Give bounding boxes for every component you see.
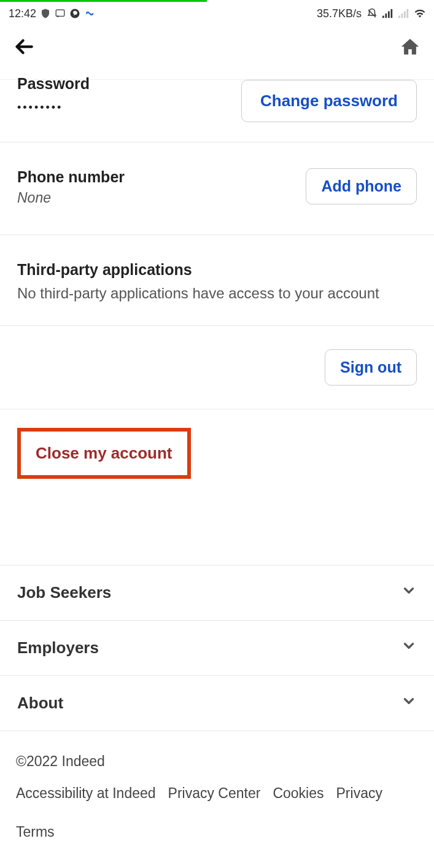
phone-value: None bbox=[17, 190, 125, 206]
copyright: ©2022 Indeed bbox=[16, 748, 418, 775]
close-account-button[interactable]: Close my account bbox=[36, 444, 172, 462]
phone-label: Phone number bbox=[17, 168, 125, 186]
footer-item-label: Employers bbox=[17, 638, 99, 657]
signal-secondary-icon bbox=[398, 8, 409, 19]
chevron-down-icon bbox=[401, 583, 417, 603]
signal-icon bbox=[382, 8, 393, 19]
footer-link-privacy-center[interactable]: Privacy Center bbox=[168, 780, 261, 807]
chevron-down-icon bbox=[401, 638, 417, 658]
app-nav-bar bbox=[0, 25, 434, 79]
change-password-button[interactable]: Change password bbox=[241, 80, 417, 122]
footer-legal: ©2022 Indeed Accessibility at Indeed Pri… bbox=[0, 731, 434, 863]
third-party-section: Third-party applications No third-party … bbox=[0, 235, 434, 326]
close-account-highlight: Close my account bbox=[17, 428, 191, 479]
svg-rect-10 bbox=[404, 11, 406, 18]
svg-rect-8 bbox=[398, 16, 400, 18]
phone-section: Phone number None Add phone bbox=[0, 142, 434, 235]
footer-link-accessibility[interactable]: Accessibility at Indeed bbox=[16, 780, 156, 807]
footer-link-cookies[interactable]: Cookies bbox=[273, 780, 324, 807]
svg-rect-6 bbox=[388, 11, 390, 18]
svg-rect-11 bbox=[407, 9, 409, 18]
footer-link-terms[interactable]: Terms bbox=[16, 819, 55, 846]
password-masked: •••••••• bbox=[17, 101, 90, 114]
footer-item-job-seekers[interactable]: Job Seekers bbox=[0, 565, 434, 621]
back-button[interactable] bbox=[14, 36, 34, 62]
footer-item-about[interactable]: About bbox=[0, 676, 434, 731]
pinterest-icon bbox=[69, 8, 80, 19]
footer-item-label: About bbox=[17, 694, 63, 713]
footer-accordion: Job Seekers Employers About bbox=[0, 565, 434, 731]
shield-icon bbox=[40, 8, 51, 19]
third-party-label: Third-party applications bbox=[17, 261, 417, 279]
password-section: Password •••••••• Change password bbox=[0, 80, 434, 142]
app-icon bbox=[84, 8, 95, 19]
svg-rect-7 bbox=[391, 9, 393, 18]
status-time: 12:42 bbox=[9, 7, 36, 20]
third-party-description: No third-party applications have access … bbox=[17, 285, 417, 302]
svg-rect-0 bbox=[56, 10, 64, 17]
svg-rect-4 bbox=[382, 16, 384, 18]
svg-point-1 bbox=[58, 16, 59, 17]
home-button[interactable] bbox=[400, 36, 420, 62]
footer-item-employers[interactable]: Employers bbox=[0, 621, 434, 676]
data-rate: 35.7KB/s bbox=[317, 7, 362, 20]
cast-icon bbox=[55, 8, 66, 19]
footer-item-label: Job Seekers bbox=[17, 583, 111, 602]
footer-link-privacy[interactable]: Privacy bbox=[336, 780, 382, 807]
sign-out-button[interactable]: Sign out bbox=[325, 349, 417, 386]
signout-section: Sign out bbox=[0, 326, 434, 409]
password-label: Password bbox=[17, 75, 90, 93]
chevron-down-icon bbox=[401, 693, 417, 713]
wifi-icon bbox=[414, 8, 425, 19]
status-bar: 12:42 35.7KB/s bbox=[0, 2, 434, 25]
svg-rect-9 bbox=[401, 14, 403, 18]
notification-silent-icon bbox=[366, 8, 378, 19]
close-account-section: Close my account bbox=[0, 409, 434, 565]
add-phone-button[interactable]: Add phone bbox=[306, 168, 417, 204]
svg-rect-5 bbox=[386, 14, 387, 18]
